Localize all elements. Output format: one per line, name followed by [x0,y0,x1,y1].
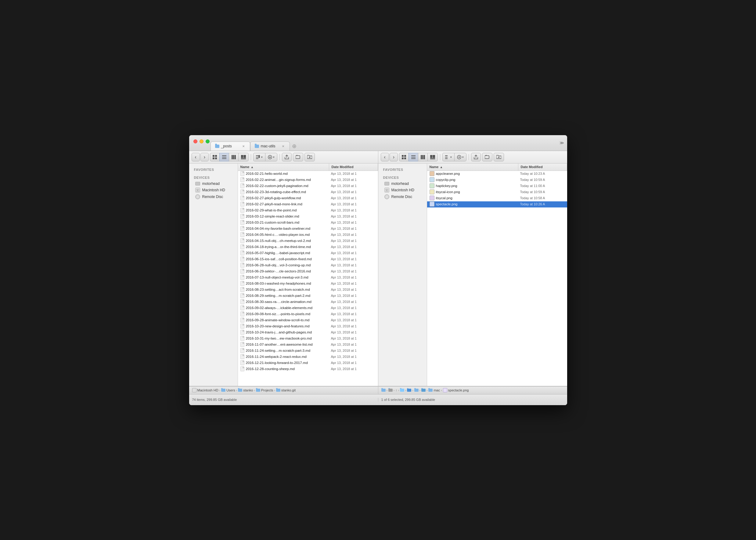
left-file-row[interactable]: 2016-04-15-null-obj…ch-meetup-vol-2.md A… [238,238,378,244]
right-breadcrumb-folder3[interactable] [400,389,404,392]
left-file-row[interactable]: 2016-12-28-counting-sheep.md Apr 13, 201… [238,366,378,372]
right-sidebar-macintosh-hd[interactable]: Macintosh HD [378,187,427,194]
left-file-row[interactable]: 2016-11-24-webpack-2-react-redux.md Apr … [238,354,378,360]
left-file-row[interactable]: 2016-04-04-my-favorite-bash-oneliner.md … [238,226,378,232]
left-file-row[interactable]: 2016-02-23-3d-rotating-cube-effect.md Ap… [238,189,378,195]
right-file-row[interactable]: itsycal.png Today at 10:58 A [427,195,567,202]
view-list-button[interactable] [219,153,229,161]
left-sidebar-macintosh-hd[interactable]: Macintosh HD [189,187,238,194]
left-file-row[interactable]: 2016-02-21-hello-world.md Apr 13, 2018 a… [238,171,378,177]
left-file-row[interactable]: 2016-07-13-null-object-meetup-vol-3.md A… [238,275,378,281]
breadcrumb-item-projects[interactable]: Projects [256,388,273,392]
left-sidebar-remote-disc[interactable]: Remote Disc [189,194,238,200]
right-view-list-button[interactable] [409,153,418,161]
action-button[interactable]: ▾ [265,153,277,161]
tab-posts-close[interactable]: ✕ [241,144,246,148]
right-view-cover-button[interactable] [428,153,438,161]
right-arrange-button[interactable]: ▾ [442,153,454,161]
newdir-button-left[interactable] [305,153,315,161]
left-sidebar-motorhead[interactable]: motorhead [189,181,238,187]
png-file-icon [430,190,435,194]
left-date-col-header[interactable]: Date Modified [329,164,378,171]
right-file-row[interactable]: spectacle.png Today at 10:26 A [427,202,567,207]
path-button-left[interactable] [293,153,303,161]
left-file-list[interactable]: 2016-02-21-hello-world.md Apr 13, 2018 a… [238,171,378,386]
left-file-row[interactable]: 2016-09-02-always-…ickable-elements.md A… [238,305,378,311]
left-file-row[interactable]: 2016-11-07-another…ent-awesome-list.md A… [238,342,378,348]
breadcrumb-sep: › [387,389,387,392]
left-file-row[interactable]: 2016-10-24-travis-j…and-github-pages.md … [238,330,378,336]
left-file-row[interactable]: 2016-03-21-custom-scroll-bars.md Apr 13,… [238,220,378,226]
right-back-button[interactable]: ‹ [381,153,389,161]
left-file-row[interactable]: 2016-06-29-sektor-…cle-sectors-2016.md A… [238,268,378,275]
left-file-row[interactable]: 2016-08-30-sass-ra-…circle-animation.md … [238,299,378,305]
share-button-left[interactable] [282,153,292,161]
view-columns-button[interactable] [229,153,238,161]
breadcrumb-item-hd[interactable]: Macintosh HD [192,388,218,392]
new-tab-button[interactable]: ⊕ [290,142,299,151]
left-file-row[interactable]: 2016-03-12-simple-react-slider.md Apr 13… [238,213,378,220]
right-breadcrumb-spectacle[interactable]: spectacle.png [443,388,469,392]
right-date-col-header[interactable]: Date Modified [518,164,567,171]
path-button-right[interactable] [482,153,492,161]
close-button[interactable] [193,139,197,143]
right-view-icons-button[interactable] [399,153,409,161]
breadcrumb-item-stankogit[interactable]: stanko.git [276,388,296,392]
right-breadcrumb-upfolder[interactable]: ↑ [395,388,397,392]
left-file-row[interactable]: 2016-02-29-what-is-the-point.md Apr 13, … [238,207,378,213]
right-forward-button[interactable]: › [390,153,398,161]
right-view-columns-button[interactable] [418,153,428,161]
right-file-row[interactable]: copyclip.png Today at 10:59 A [427,177,567,183]
right-breadcrumb-folder5[interactable] [414,389,419,392]
left-file-row[interactable]: 2016-12-21-looking-forward-to-2017.md Ap… [238,360,378,366]
left-file-row[interactable]: 2016-08-03-i-washed-my-headphones.md Apr… [238,281,378,287]
left-name-col-header[interactable]: Name ▲ [238,164,329,171]
right-breadcrumb-folder1[interactable] [381,389,386,392]
right-breadcrumb-folder6[interactable] [421,389,426,392]
right-file-row[interactable]: appcleaner.png Today at 10:23 A [427,171,567,177]
share-button-right[interactable] [471,153,481,161]
left-file-row[interactable]: 2016-02-22-animat…gin-signup-forms.md Ap… [238,177,378,183]
left-file-row[interactable]: 2016-04-05-html-c…-video-player-ios.md A… [238,232,378,238]
left-file-row[interactable]: 2016-04-18-trying-a…or-the-third-time.md… [238,244,378,250]
minimize-button[interactable] [199,139,203,143]
breadcrumb-item-stanko[interactable]: stanko [238,388,253,392]
left-file-row[interactable]: 2016-08-29-setting…m-scratch-part-2.md A… [238,293,378,299]
left-file-row[interactable]: 2016-11-24-setting…m-scratch-part-3.md A… [238,348,378,354]
tab-mac-utils-close[interactable]: ✕ [281,144,285,148]
right-breadcrumb-folder2[interactable] [388,389,393,392]
newdir-button-right[interactable] [494,153,504,161]
maximize-button[interactable] [206,139,209,143]
left-file-row[interactable]: 2016-09-08-font-siz…-points-to-pixels.md… [238,311,378,317]
file-name: spectacle.png [436,202,458,206]
right-file-row[interactable]: haptickey.png Today at 11:00 A [427,183,567,189]
tab-mac-utils[interactable]: mac-utils ✕ [250,142,290,151]
right-action-button[interactable]: ▾ [454,153,466,161]
left-file-row[interactable]: 2016-02-27-jekyll-gulp-workflow.md Apr 1… [238,195,378,202]
breadcrumb-item-users[interactable]: Users [221,388,235,392]
left-file-row[interactable]: 2016-02-27-jekyll-read-more-link.md Apr … [238,202,378,207]
right-name-col-header[interactable]: Name ▲ [427,164,518,171]
right-sidebar-remote-disc[interactable]: Remote Disc [378,194,427,200]
arrange-button[interactable]: ▾ [253,153,265,161]
right-sidebar-motorhead[interactable]: motorhead [378,181,427,187]
tab-posts[interactable]: _posts ✕ [210,142,250,151]
left-file-row[interactable]: 2016-06-28-null-obj…vol-3-coming-up.md A… [238,262,378,268]
forward-button[interactable]: › [200,153,209,161]
right-breadcrumb-folder4[interactable] [407,389,411,392]
left-file-row[interactable]: 2016-05-07-highlig…-babel-javascript.md … [238,250,378,256]
view-icons-button[interactable] [210,153,219,161]
left-file-row[interactable]: 2016-06-15-ios-saf…coll-position-fixed.m… [238,256,378,262]
left-file-row[interactable]: 2016-10-31-my-two…ew-macbook-pro.md Apr … [238,336,378,342]
folder-mini-icon [276,389,280,392]
left-file-row[interactable]: 2016-09-28-animate-window-scroll-to.md A… [238,317,378,324]
right-file-row[interactable]: itsycal-icon.png Today at 10:59 A [427,189,567,195]
left-file-row[interactable]: 2016-02-22-custom-jekyll-pagination.md A… [238,183,378,189]
right-file-list[interactable]: appcleaner.png Today at 10:23 A copyclip… [427,171,567,386]
left-file-row[interactable]: 2016-10-20-new-design-and-features.md Ap… [238,324,378,330]
back-button[interactable]: ‹ [191,153,200,161]
left-file-row[interactable]: 2016-08-23-setting…act-from-scratch.md A… [238,287,378,293]
expand-button[interactable]: ≫ [560,140,564,145]
view-cover-button[interactable] [238,153,249,161]
right-breadcrumb-mac[interactable]: mac [428,388,440,392]
